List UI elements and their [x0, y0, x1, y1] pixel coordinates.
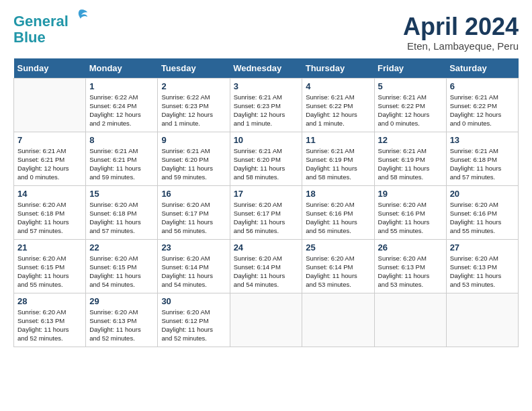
logo-text: General Blue — [13, 13, 89, 46]
day-number: 12 — [378, 135, 443, 145]
calendar-cell: 20Sunrise: 6:20 AM Sunset: 6:16 PM Dayli… — [446, 185, 518, 239]
day-info: Sunrise: 6:20 AM Sunset: 6:16 PM Dayligh… — [306, 200, 370, 236]
calendar-week-2: 7Sunrise: 6:21 AM Sunset: 6:21 PM Daylig… — [14, 132, 519, 185]
weekday-header-row: SundayMondayTuesdayWednesdayThursdayFrid… — [14, 58, 519, 79]
weekday-header-wednesday: Wednesday — [230, 58, 302, 79]
day-info: Sunrise: 6:21 AM Sunset: 6:19 PM Dayligh… — [378, 146, 443, 182]
calendar-cell: 16Sunrise: 6:20 AM Sunset: 6:17 PM Dayli… — [158, 185, 230, 239]
day-info: Sunrise: 6:20 AM Sunset: 6:13 PM Dayligh… — [17, 308, 82, 343]
day-number: 8 — [89, 135, 154, 145]
calendar-cell: 15Sunrise: 6:20 AM Sunset: 6:18 PM Dayli… — [86, 185, 158, 239]
day-info: Sunrise: 6:20 AM Sunset: 6:13 PM Dayligh… — [378, 254, 443, 289]
day-number: 6 — [450, 81, 515, 91]
calendar-cell: 1Sunrise: 6:22 AM Sunset: 6:24 PM Daylig… — [86, 78, 158, 132]
calendar-cell — [302, 293, 374, 347]
day-number: 26 — [378, 242, 443, 253]
day-info: Sunrise: 6:21 AM Sunset: 6:18 PM Dayligh… — [450, 146, 515, 182]
logo-line1: General — [13, 13, 69, 30]
calendar-cell: 5Sunrise: 6:21 AM Sunset: 6:22 PM Daylig… — [374, 78, 446, 132]
calendar-cell: 24Sunrise: 6:20 AM Sunset: 6:14 PM Dayli… — [230, 239, 302, 293]
day-number: 29 — [89, 296, 154, 306]
calendar-cell: 27Sunrise: 6:20 AM Sunset: 6:13 PM Dayli… — [446, 239, 518, 293]
calendar-cell: 30Sunrise: 6:20 AM Sunset: 6:12 PM Dayli… — [158, 293, 230, 347]
day-number: 1 — [89, 81, 154, 91]
day-info: Sunrise: 6:20 AM Sunset: 6:18 PM Dayligh… — [17, 200, 82, 236]
calendar-cell: 21Sunrise: 6:20 AM Sunset: 6:15 PM Dayli… — [14, 239, 86, 293]
day-number: 18 — [306, 189, 370, 199]
calendar-cell: 7Sunrise: 6:21 AM Sunset: 6:21 PM Daylig… — [14, 132, 86, 185]
location: Eten, Lambayeque, Peru — [403, 40, 519, 52]
day-number: 10 — [234, 135, 299, 145]
calendar-cell: 18Sunrise: 6:20 AM Sunset: 6:16 PM Dayli… — [302, 185, 374, 239]
calendar-week-3: 14Sunrise: 6:20 AM Sunset: 6:18 PM Dayli… — [14, 185, 519, 239]
day-number: 19 — [378, 189, 443, 199]
calendar-body: 1Sunrise: 6:22 AM Sunset: 6:24 PM Daylig… — [14, 78, 519, 347]
day-number: 30 — [161, 296, 226, 306]
day-info: Sunrise: 6:20 AM Sunset: 6:14 PM Dayligh… — [161, 254, 226, 289]
day-number: 24 — [234, 242, 299, 253]
day-number: 15 — [89, 189, 154, 199]
day-number: 5 — [378, 81, 443, 91]
calendar-cell: 12Sunrise: 6:21 AM Sunset: 6:19 PM Dayli… — [374, 132, 446, 185]
weekday-header-monday: Monday — [86, 58, 158, 79]
calendar-week-5: 28Sunrise: 6:20 AM Sunset: 6:13 PM Dayli… — [14, 293, 519, 347]
day-info: Sunrise: 6:20 AM Sunset: 6:17 PM Dayligh… — [234, 200, 299, 236]
day-number: 4 — [306, 81, 370, 91]
day-number: 27 — [450, 242, 515, 253]
calendar-cell: 4Sunrise: 6:21 AM Sunset: 6:22 PM Daylig… — [302, 78, 374, 132]
day-info: Sunrise: 6:21 AM Sunset: 6:20 PM Dayligh… — [161, 146, 226, 182]
day-number: 20 — [450, 189, 515, 199]
day-number: 22 — [89, 242, 154, 253]
day-number: 11 — [306, 135, 370, 145]
day-info: Sunrise: 6:20 AM Sunset: 6:15 PM Dayligh… — [89, 254, 154, 289]
day-info: Sunrise: 6:21 AM Sunset: 6:23 PM Dayligh… — [234, 93, 299, 128]
calendar-cell: 13Sunrise: 6:21 AM Sunset: 6:18 PM Dayli… — [446, 132, 518, 185]
day-number: 7 — [17, 135, 82, 145]
day-info: Sunrise: 6:20 AM Sunset: 6:14 PM Dayligh… — [234, 254, 299, 289]
day-info: Sunrise: 6:20 AM Sunset: 6:15 PM Dayligh… — [17, 254, 82, 289]
day-info: Sunrise: 6:22 AM Sunset: 6:24 PM Dayligh… — [89, 93, 154, 128]
title-block: April 2024 Eten, Lambayeque, Peru — [403, 13, 519, 52]
day-number: 2 — [161, 81, 226, 91]
calendar-cell: 10Sunrise: 6:21 AM Sunset: 6:20 PM Dayli… — [230, 132, 302, 185]
day-info: Sunrise: 6:20 AM Sunset: 6:17 PM Dayligh… — [161, 200, 226, 236]
day-info: Sunrise: 6:20 AM Sunset: 6:16 PM Dayligh… — [378, 200, 443, 236]
calendar-cell: 14Sunrise: 6:20 AM Sunset: 6:18 PM Dayli… — [14, 185, 86, 239]
page-header: General Blue April 2024 Eten, Lambayeque… — [13, 13, 519, 52]
day-info: Sunrise: 6:20 AM Sunset: 6:14 PM Dayligh… — [306, 254, 370, 289]
calendar-cell — [374, 293, 446, 347]
calendar-cell: 28Sunrise: 6:20 AM Sunset: 6:13 PM Dayli… — [14, 293, 86, 347]
day-info: Sunrise: 6:22 AM Sunset: 6:23 PM Dayligh… — [161, 93, 226, 128]
calendar-header: SundayMondayTuesdayWednesdayThursdayFrid… — [14, 58, 519, 79]
calendar-cell — [14, 78, 86, 132]
calendar-cell: 22Sunrise: 6:20 AM Sunset: 6:15 PM Dayli… — [86, 239, 158, 293]
calendar-cell: 11Sunrise: 6:21 AM Sunset: 6:19 PM Dayli… — [302, 132, 374, 185]
day-info: Sunrise: 6:21 AM Sunset: 6:22 PM Dayligh… — [378, 93, 443, 128]
weekday-header-saturday: Saturday — [446, 58, 518, 79]
calendar-cell: 25Sunrise: 6:20 AM Sunset: 6:14 PM Dayli… — [302, 239, 374, 293]
day-info: Sunrise: 6:21 AM Sunset: 6:22 PM Dayligh… — [306, 93, 370, 128]
calendar-cell: 8Sunrise: 6:21 AM Sunset: 6:21 PM Daylig… — [86, 132, 158, 185]
day-number: 14 — [17, 189, 82, 199]
logo-line2: Blue — [13, 29, 46, 46]
day-info: Sunrise: 6:20 AM Sunset: 6:13 PM Dayligh… — [89, 308, 154, 343]
day-info: Sunrise: 6:21 AM Sunset: 6:21 PM Dayligh… — [17, 146, 82, 182]
day-number: 17 — [234, 189, 299, 199]
calendar-cell: 23Sunrise: 6:20 AM Sunset: 6:14 PM Dayli… — [158, 239, 230, 293]
calendar-cell: 26Sunrise: 6:20 AM Sunset: 6:13 PM Dayli… — [374, 239, 446, 293]
calendar-table: SundayMondayTuesdayWednesdayThursdayFrid… — [13, 58, 519, 347]
day-number: 9 — [161, 135, 226, 145]
day-info: Sunrise: 6:21 AM Sunset: 6:20 PM Dayligh… — [234, 146, 299, 182]
day-number: 28 — [17, 296, 82, 306]
day-number: 16 — [161, 189, 226, 199]
day-info: Sunrise: 6:20 AM Sunset: 6:16 PM Dayligh… — [450, 200, 515, 236]
weekday-header-tuesday: Tuesday — [158, 58, 230, 79]
day-info: Sunrise: 6:20 AM Sunset: 6:18 PM Dayligh… — [89, 200, 154, 236]
day-info: Sunrise: 6:21 AM Sunset: 6:21 PM Dayligh… — [89, 146, 154, 182]
calendar-week-1: 1Sunrise: 6:22 AM Sunset: 6:24 PM Daylig… — [14, 78, 519, 132]
calendar-week-4: 21Sunrise: 6:20 AM Sunset: 6:15 PM Dayli… — [14, 239, 519, 293]
day-number: 21 — [17, 242, 82, 253]
day-info: Sunrise: 6:20 AM Sunset: 6:13 PM Dayligh… — [450, 254, 515, 289]
calendar-cell: 3Sunrise: 6:21 AM Sunset: 6:23 PM Daylig… — [230, 78, 302, 132]
day-number: 25 — [306, 242, 370, 253]
